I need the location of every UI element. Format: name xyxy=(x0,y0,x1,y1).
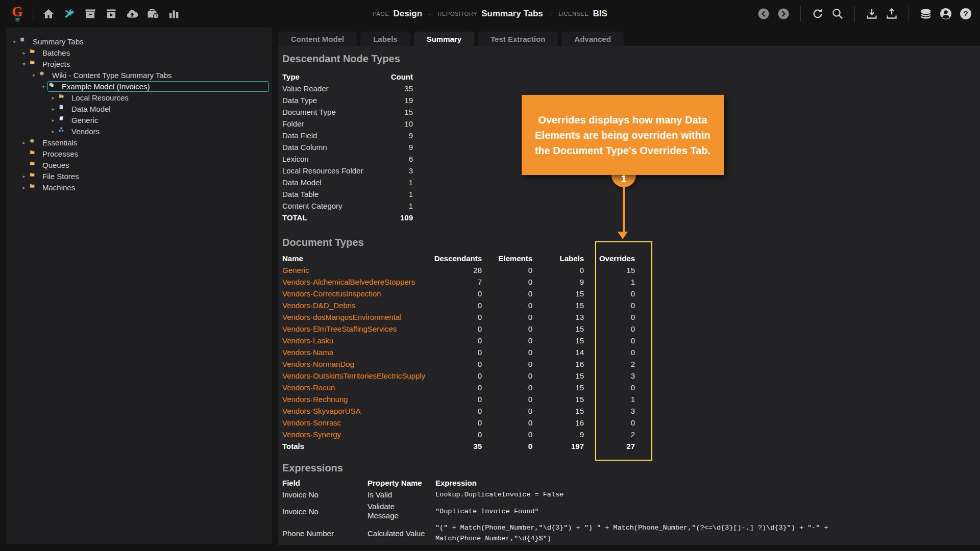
tree-item-data-model[interactable]: ▸Data Model xyxy=(6,103,272,114)
value-cell: 0 xyxy=(431,417,482,429)
document-type-link[interactable]: Vendors·dosMangosEnvironmental xyxy=(282,311,431,323)
expand-arrow-icon[interactable]: ▸ xyxy=(49,129,57,134)
expand-arrow-icon[interactable]: ▸ xyxy=(49,106,57,112)
expand-arrow-icon[interactable]: ▸ xyxy=(20,50,28,56)
refresh-icon[interactable] xyxy=(810,6,826,22)
download-icon[interactable] xyxy=(864,6,880,22)
value-cell: 0 xyxy=(431,358,482,370)
jobs-icon[interactable] xyxy=(145,6,161,22)
tab-test-extraction[interactable]: Test Extraction xyxy=(478,32,558,46)
design-tools-icon[interactable] xyxy=(61,6,78,22)
document-type-link[interactable]: Vendors·AlchemicalBelvedereStoppers xyxy=(282,276,431,288)
table-row: Value Reader35 xyxy=(282,83,413,94)
value-cell: 0 xyxy=(482,346,532,358)
collapse-arrow-icon[interactable]: ▾ xyxy=(39,84,47,89)
table-row: Document Type15 xyxy=(282,106,413,118)
topbar-divider xyxy=(33,6,33,21)
expand-arrow-icon[interactable]: ▸ xyxy=(49,117,57,123)
document-type-link[interactable]: Vendors·Synergy xyxy=(282,429,431,440)
tab-advanced[interactable]: Advanced xyxy=(561,32,624,46)
expressions-table: FieldProperty NameExpressionInvoice NoIs… xyxy=(282,477,980,545)
document-type-link[interactable]: Vendors·Lasku xyxy=(282,335,431,346)
value-cell: 0 xyxy=(482,264,532,276)
count-cell: 10 xyxy=(404,119,413,128)
document-type-link[interactable]: Vendors·SkyvaporUSA xyxy=(282,405,431,417)
tree-item-label: Summary Tabs xyxy=(33,37,84,46)
document-type-link[interactable]: Vendors·Racun xyxy=(282,382,431,393)
tree-item-local-resources[interactable]: ▸Local Resources xyxy=(6,92,272,103)
tree-item-file-stores[interactable]: ▸File Stores xyxy=(6,170,272,182)
document-type-link[interactable]: Vendors·Rechnung xyxy=(282,393,431,405)
account-icon[interactable] xyxy=(938,6,954,22)
document-type-link[interactable]: Vendors·NormanDog xyxy=(282,358,431,370)
tree-item-label: Wiki - Content Type Summary Tabs xyxy=(52,71,172,80)
tree-item-box: Processes xyxy=(28,148,269,159)
collapse-arrow-icon[interactable]: ▾ xyxy=(10,39,18,44)
value-cell: 0 xyxy=(431,382,482,393)
help-icon[interactable]: ? xyxy=(958,6,974,22)
document-type-link[interactable]: Vendors·D&D_Debris xyxy=(282,299,431,311)
count-cell: 9 xyxy=(409,143,413,152)
value-cell: 15 xyxy=(532,370,584,382)
tree-item-machines[interactable]: ▸Machines xyxy=(6,182,272,193)
overrides-highlight-box xyxy=(595,241,652,461)
document-type-link[interactable]: Vendors·OutskirtsTerritoriesElectricSupp… xyxy=(282,370,431,382)
document-type-link[interactable]: Vendors·Nama xyxy=(282,346,431,358)
value-cell: 0 xyxy=(431,335,482,346)
tree-item-summary-tabs[interactable]: ▾Summary Tabs xyxy=(6,36,272,47)
value-cell: 9 xyxy=(532,276,584,288)
search-icon[interactable] xyxy=(829,6,846,22)
value-cell: 0 xyxy=(482,370,532,382)
batch-processing-icon[interactable] xyxy=(103,6,119,22)
value-cell: 28 xyxy=(431,264,482,276)
tree-item-essentials[interactable]: ▸Essentials xyxy=(6,137,272,148)
folder-icon xyxy=(30,161,39,169)
collapse-arrow-icon[interactable]: ▾ xyxy=(20,61,28,67)
document-type-link[interactable]: Vendors·Sonrasc xyxy=(282,417,431,429)
value-cell: 14 xyxy=(532,346,584,358)
tree-item-batches[interactable]: ▸Batches xyxy=(6,47,272,58)
value-cell: 0 xyxy=(482,299,532,311)
home-icon[interactable] xyxy=(40,6,57,22)
tree-item-box: Machines xyxy=(28,182,269,193)
tab-summary[interactable]: Summary xyxy=(414,32,474,46)
field-link[interactable]: Invoice No xyxy=(282,501,368,521)
expand-arrow-icon[interactable]: ▸ xyxy=(20,185,28,190)
document-type-link[interactable]: Vendors·ElmTreeStaffingServices xyxy=(282,323,431,335)
col-count: Count xyxy=(391,72,413,81)
tab-labels[interactable]: Labels xyxy=(360,32,410,46)
expand-arrow-icon[interactable]: ▸ xyxy=(20,173,28,179)
batches-icon[interactable] xyxy=(82,6,99,22)
expand-arrow-icon[interactable]: ▸ xyxy=(20,140,28,145)
field-link[interactable]: Phone Number xyxy=(282,521,368,545)
value-cell: 0 xyxy=(482,323,532,335)
cloud-import-icon[interactable] xyxy=(124,6,140,22)
tab-content-model[interactable]: Content Model xyxy=(278,32,357,46)
summary-tab-panel: Descendant Node Types TypeCountValue Rea… xyxy=(278,46,980,545)
forward-icon[interactable] xyxy=(775,6,792,22)
type-cell: Local Resources Folder xyxy=(282,166,363,175)
collapse-arrow-icon[interactable]: ▾ xyxy=(30,72,38,78)
document-type-link[interactable]: Generic xyxy=(282,264,431,276)
tree-item-example-model-invoices[interactable]: ▾Example Model (Invoices) xyxy=(6,81,272,92)
tree-item-generic[interactable]: ▸Generic xyxy=(6,114,272,126)
tree-item-label: Machines xyxy=(42,183,75,192)
tree-item-processes[interactable]: Processes xyxy=(6,148,272,159)
col-elements: Elements xyxy=(482,253,532,264)
tree-item-wiki-content-type-summary-tabs[interactable]: ▾Wiki - Content Type Summary Tabs xyxy=(6,69,272,81)
tree-item-box: Essentials xyxy=(28,137,269,148)
stats-icon[interactable] xyxy=(166,6,182,22)
tree-item-vendors[interactable]: ▸Vendors xyxy=(6,126,272,137)
app-logo[interactable]: G ≋ xyxy=(7,6,28,22)
document-type-link[interactable]: Vendors·CorrectusInspection xyxy=(282,288,431,299)
tree-item-queues[interactable]: Queues xyxy=(6,159,272,170)
count-cell: 6 xyxy=(409,155,413,163)
topbar-nav xyxy=(40,6,182,22)
repository-icon[interactable] xyxy=(918,6,934,22)
tree-item-label: Local Resources xyxy=(71,93,129,102)
tree-item-projects[interactable]: ▾Projects xyxy=(6,58,272,69)
upload-icon[interactable] xyxy=(884,6,900,22)
expand-arrow-icon[interactable]: ▸ xyxy=(49,95,57,101)
field-link[interactable]: Invoice No xyxy=(282,488,368,501)
back-icon[interactable] xyxy=(755,6,772,22)
